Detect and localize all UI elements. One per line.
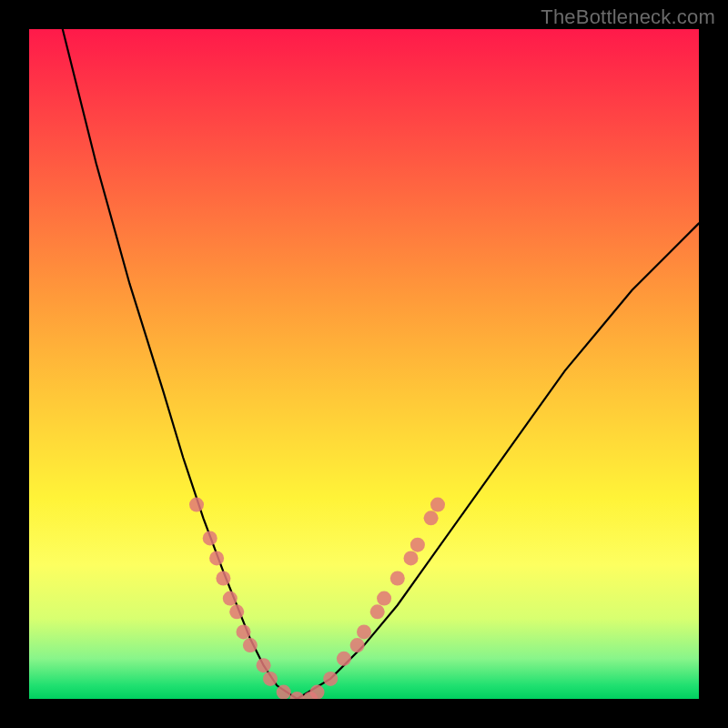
- curve-marker: [277, 685, 291, 699]
- marker-layer: [189, 498, 445, 699]
- chart-frame: TheBottleneck.com: [0, 0, 728, 728]
- curve-marker: [323, 672, 338, 686]
- curve-marker: [390, 571, 405, 586]
- curve-marker: [229, 604, 244, 619]
- curve-marker: [337, 652, 351, 666]
- curve-marker: [377, 592, 391, 606]
- curve-marker: [370, 604, 385, 619]
- curve-marker: [223, 592, 238, 606]
- curve-marker: [430, 498, 445, 512]
- curve-marker: [404, 551, 419, 565]
- chart-svg: [29, 29, 699, 699]
- curve-marker: [209, 551, 224, 565]
- curve-marker: [350, 638, 365, 652]
- curve-marker: [189, 498, 204, 512]
- curve-marker: [310, 685, 325, 699]
- curve-marker: [357, 624, 371, 639]
- curve-marker: [237, 624, 251, 639]
- curve-marker: [216, 571, 230, 586]
- curve-marker: [424, 511, 439, 525]
- curve-marker: [410, 538, 425, 552]
- curve-marker: [257, 658, 271, 672]
- watermark-text: TheBottleneck.com: [541, 5, 715, 29]
- curve-marker: [289, 692, 304, 699]
- curve-marker: [263, 672, 278, 686]
- chart-plot-area: [29, 29, 699, 699]
- curve-marker: [203, 531, 217, 545]
- curve-marker: [243, 638, 258, 652]
